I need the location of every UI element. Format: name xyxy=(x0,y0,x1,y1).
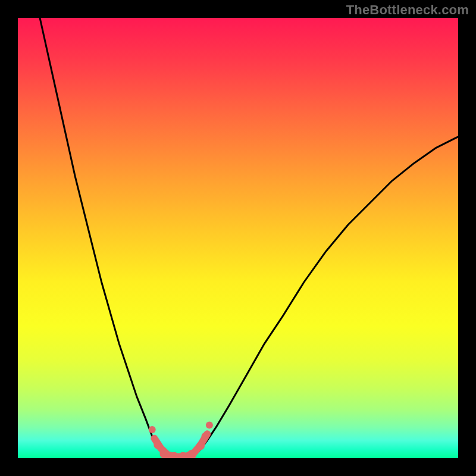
marker-2 xyxy=(159,449,169,458)
marker-6 xyxy=(196,441,205,450)
series-left-branch xyxy=(40,18,168,456)
plot-area xyxy=(18,18,458,458)
marker-8 xyxy=(206,422,213,429)
marker-1 xyxy=(154,441,162,449)
attribution-text: TheBottleneck.com xyxy=(346,2,469,18)
marker-7 xyxy=(202,433,209,440)
marker-0 xyxy=(149,426,156,433)
curve-svg xyxy=(18,18,458,458)
series-right-branch xyxy=(194,137,458,456)
chart-frame: { "attribution": "TheBottleneck.com", "c… xyxy=(0,0,476,476)
